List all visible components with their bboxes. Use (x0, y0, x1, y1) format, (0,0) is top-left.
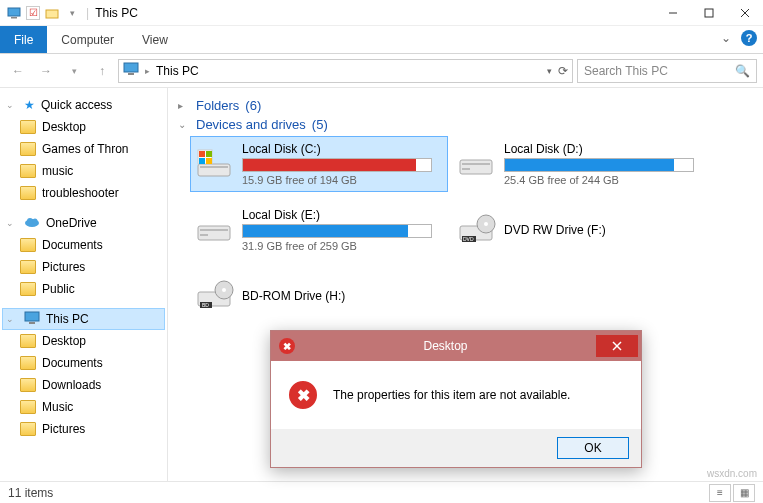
group-label: Folders (196, 98, 239, 113)
ribbon-expand-icon[interactable]: ⌄ (721, 31, 731, 45)
dialog-title-bar[interactable]: ✖ Desktop (271, 331, 641, 361)
svg-rect-8 (128, 73, 134, 75)
sidebar-item-pictures[interactable]: Pictures (2, 256, 165, 278)
qat-new-folder-icon[interactable] (44, 5, 60, 21)
svg-point-34 (222, 288, 226, 292)
svg-rect-14 (198, 164, 230, 176)
dialog-icon: ✖ (279, 338, 295, 354)
group-devices[interactable]: ⌄ Devices and drives (5) (178, 117, 753, 132)
sidebar-item-pc-pictures[interactable]: Pictures (2, 418, 165, 440)
back-button[interactable]: ← (6, 59, 30, 83)
qat-separator: | (86, 6, 89, 20)
dialog-message: The properties for this item are not ava… (333, 388, 570, 402)
sidebar-item-troubleshooter[interactable]: troubleshooter (2, 182, 165, 204)
svg-rect-23 (462, 168, 470, 170)
sidebar-item-music[interactable]: music (2, 160, 165, 182)
drive-item[interactable]: Local Disk (D:)25.4 GB free of 244 GB (452, 136, 710, 192)
svg-rect-26 (200, 234, 208, 236)
sidebar-label: Quick access (41, 98, 112, 112)
expand-icon[interactable]: ⌄ (6, 314, 18, 324)
minimize-button[interactable] (655, 0, 691, 26)
expand-icon[interactable]: ⌄ (6, 218, 18, 228)
svg-text:DVD: DVD (463, 236, 474, 242)
svg-rect-4 (705, 9, 713, 17)
drive-usage-bar (504, 158, 694, 172)
group-folders[interactable]: ▸ Folders (6) (178, 98, 753, 113)
chevron-right-icon[interactable]: ▸ (178, 100, 190, 111)
address-dropdown-icon[interactable]: ▾ (547, 66, 552, 76)
sidebar-item-label: troubleshooter (42, 186, 119, 200)
sidebar-item-pc-music[interactable]: Music (2, 396, 165, 418)
folder-icon (20, 260, 36, 274)
forward-button[interactable]: → (34, 59, 58, 83)
dialog-close-button[interactable] (596, 335, 638, 357)
svg-point-29 (484, 222, 488, 226)
refresh-icon[interactable]: ⟳ (558, 64, 568, 78)
recent-dropdown-icon[interactable]: ▾ (62, 59, 86, 83)
drive-item[interactable]: Local Disk (E:)31.9 GB free of 259 GB (190, 202, 448, 258)
address-bar[interactable]: ▸ This PC ▾ ⟳ (118, 59, 573, 83)
folder-icon (20, 356, 36, 370)
sidebar-item-pc-documents[interactable]: Documents (2, 352, 165, 374)
tab-file[interactable]: File (0, 26, 47, 53)
tab-computer[interactable]: Computer (47, 26, 128, 53)
dialog-ok-button[interactable]: OK (557, 437, 629, 459)
drive-name: BD-ROM Drive (H:) (242, 289, 444, 303)
expand-icon[interactable]: ⌄ (6, 100, 18, 110)
maximize-button[interactable] (691, 0, 727, 26)
error-icon (287, 379, 319, 411)
tab-view[interactable]: View (128, 26, 182, 53)
sidebar-item-documents[interactable]: Documents (2, 234, 165, 256)
drive-item[interactable]: BDBD-ROM Drive (H:) (190, 268, 448, 324)
pc-icon (24, 311, 40, 328)
sidebar-onedrive[interactable]: ⌄ OneDrive (2, 212, 165, 234)
breadcrumb-this-pc[interactable]: This PC (156, 64, 199, 78)
svg-rect-20 (206, 158, 212, 164)
svg-rect-2 (46, 10, 58, 18)
sidebar-item-label: Downloads (42, 378, 101, 392)
quick-access-toolbar: ☑ ▾ (0, 5, 86, 21)
sidebar-item-public[interactable]: Public (2, 278, 165, 300)
drive-name: Local Disk (D:) (504, 142, 706, 156)
sidebar-label: This PC (46, 312, 89, 326)
status-bar: 11 items ≡ ▦ (0, 481, 763, 503)
search-input[interactable]: Search This PC 🔍 (577, 59, 757, 83)
qat-properties-icon[interactable]: ☑ (26, 6, 40, 20)
help-icon[interactable]: ? (741, 30, 757, 46)
drive-name: Local Disk (C:) (242, 142, 444, 156)
sidebar-item-label: Public (42, 282, 75, 296)
folder-icon (20, 120, 36, 134)
view-tiles-button[interactable]: ▦ (733, 484, 755, 502)
svg-text:BD: BD (202, 302, 209, 308)
window-title: This PC (95, 6, 138, 20)
svg-rect-21 (460, 160, 492, 174)
view-details-button[interactable]: ≡ (709, 484, 731, 502)
error-dialog: ✖ Desktop The properties for this item a… (270, 330, 642, 468)
sidebar-item-desktop[interactable]: Desktop (2, 116, 165, 138)
qat-customize-icon[interactable]: ▾ (64, 5, 80, 21)
sidebar-quick-access[interactable]: ⌄ ★ Quick access (2, 94, 165, 116)
sidebar-item-pc-downloads[interactable]: Downloads (2, 374, 165, 396)
close-button[interactable] (727, 0, 763, 26)
breadcrumb-sep-icon: ▸ (145, 66, 150, 76)
folder-icon (20, 282, 36, 296)
sidebar-item-games[interactable]: Games of Thron (2, 138, 165, 160)
drive-item[interactable]: DVDDVD RW Drive (F:) (452, 202, 710, 258)
drive-icon (456, 144, 496, 184)
sidebar-item-pc-desktop[interactable]: Desktop (2, 330, 165, 352)
drive-icon: DVD (456, 210, 496, 250)
chevron-down-icon[interactable]: ⌄ (178, 119, 190, 130)
ribbon-tabs: File Computer View ⌄ ? (0, 26, 763, 54)
navigation-pane: ⌄ ★ Quick access Desktop Games of Thron … (0, 88, 168, 481)
svg-rect-24 (198, 226, 230, 240)
sidebar-item-label: Desktop (42, 120, 86, 134)
up-button[interactable]: ↑ (90, 59, 114, 83)
svg-rect-0 (8, 8, 20, 16)
drive-name: Local Disk (E:) (242, 208, 444, 222)
drive-icon: BD (194, 276, 234, 316)
drive-icon (194, 144, 234, 184)
folder-icon (20, 186, 36, 200)
svg-rect-25 (200, 229, 228, 231)
drive-item[interactable]: Local Disk (C:)15.9 GB free of 194 GB (190, 136, 448, 192)
sidebar-this-pc[interactable]: ⌄ This PC (2, 308, 165, 330)
